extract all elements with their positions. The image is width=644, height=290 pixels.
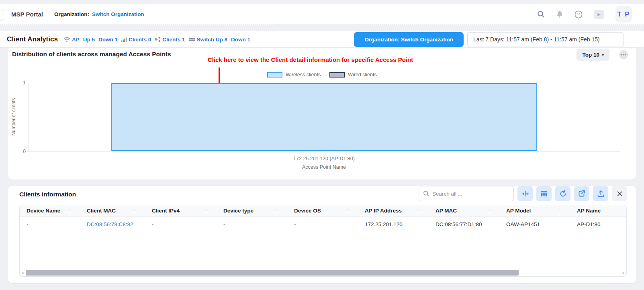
wifi-icon xyxy=(63,37,70,42)
cell-ap-name: AP-D1:80 xyxy=(570,221,626,227)
annotation-text: Click here to view the Client detail inf… xyxy=(208,56,413,63)
x-axis-title: Access Point Name xyxy=(28,164,620,170)
column-menu-icon[interactable]: ≡ xyxy=(275,208,278,214)
y-axis-title: Number of clients xyxy=(11,93,16,141)
legend-wired-clients[interactable]: Wired clients xyxy=(329,72,377,78)
header-controls: Organization: Switch Organization Last 7… xyxy=(354,32,624,47)
column-device-os[interactable]: Device OS≡ xyxy=(287,205,358,216)
table-row[interactable]: - DC:08:56:78:C8:82 - - - 172.25.201.120… xyxy=(20,216,626,232)
table-header-bar: Clients information xyxy=(8,186,636,204)
status-switch-up[interactable]: Switch Up 8 xyxy=(189,37,228,43)
cell-device-name: - xyxy=(20,221,80,227)
column-menu-icon[interactable]: ≡ xyxy=(204,208,208,214)
legend-label: Wired clients xyxy=(348,72,377,78)
y-tickmark xyxy=(27,83,29,83)
scroll-right-icon[interactable]: ▸ xyxy=(622,270,626,276)
collapse-columns-icon[interactable] xyxy=(517,186,533,201)
brand-title: MSP Portal xyxy=(11,11,43,18)
video-tour-icon[interactable]: ▶ xyxy=(594,10,604,19)
scrollbar-thumb[interactable] xyxy=(26,270,519,276)
legend-wireless-clients[interactable]: Wireless clients xyxy=(267,72,321,78)
status-wireless-clients[interactable]: Clients 0 xyxy=(121,37,151,43)
column-ap-name[interactable]: AP Name xyxy=(570,205,626,216)
chart-legend: Wireless clients Wired clients xyxy=(8,72,636,78)
column-menu-icon[interactable]: ≡ xyxy=(487,208,491,214)
table-title: Clients information xyxy=(19,191,76,198)
status-ap-up[interactable]: Up 5 xyxy=(83,37,95,43)
column-menu-icon[interactable]: ≡ xyxy=(346,208,349,214)
topbar-actions: ? ▶ T P xyxy=(537,6,632,22)
notifications-bell-icon[interactable] xyxy=(556,10,563,18)
column-ap-mac[interactable]: AP MAC≡ xyxy=(429,205,499,216)
chevron-down-icon: ▾ xyxy=(602,53,604,57)
column-menu-icon[interactable]: ≡ xyxy=(417,208,420,214)
top-n-selector[interactable]: Top 10 ▾ xyxy=(577,49,609,61)
wired-swatch xyxy=(329,72,345,78)
open-external-icon[interactable] xyxy=(574,186,589,201)
signal-bars-icon xyxy=(121,37,127,42)
table-toolbar xyxy=(419,186,627,201)
organization-label: Organization: xyxy=(54,11,89,17)
page-title: Client Analytics xyxy=(7,35,58,43)
chart-title: Distribution of clients across managed A… xyxy=(12,51,171,58)
cell-ap-mac: DC:08:56:77:D1:80 xyxy=(429,221,499,227)
y-tick-1: 1 xyxy=(18,80,26,86)
column-menu-icon[interactable]: ≡ xyxy=(133,208,136,214)
chart-card-header: Distribution of clients across managed A… xyxy=(8,48,636,65)
close-icon[interactable] xyxy=(612,186,627,201)
status-strip: AP Up 5 Down 1 Clients 0 Clients 1 Switc… xyxy=(63,37,250,43)
search-box[interactable] xyxy=(419,186,514,201)
help-icon[interactable]: ? xyxy=(574,10,583,18)
cell-client-mac: DC:08:56:78:C8:82 xyxy=(80,221,145,227)
x-tick-label: 172.25.201.120 (AP-D1:80) xyxy=(28,156,620,161)
switch-icon xyxy=(189,37,195,42)
column-device-name[interactable]: Device Name≡ xyxy=(20,205,80,216)
status-switch-down[interactable]: Down 1 xyxy=(231,37,250,43)
horizontal-scrollbar[interactable]: ◂ ▸ xyxy=(20,270,626,276)
columns-icon[interactable] xyxy=(536,186,552,201)
column-menu-icon[interactable]: ≡ xyxy=(68,208,71,214)
user-avatar[interactable]: T P xyxy=(615,6,632,22)
legend-label: Wireless clients xyxy=(286,72,321,78)
y-tickmark xyxy=(27,151,29,151)
wireless-clients-bar[interactable] xyxy=(111,83,537,151)
clients-table: Device Name≡ Client MAC≡ Client IPv4≡ De… xyxy=(19,205,627,277)
column-client-ipv4[interactable]: Client IPv4≡ xyxy=(145,205,217,216)
clients-table-card: Clients information xyxy=(8,186,636,283)
page-header: Client Analytics AP Up 5 Down 1 Clients … xyxy=(0,31,644,48)
column-menu-icon[interactable]: ≡ xyxy=(558,208,561,214)
cell-ap-ip-address: 172.25.201.120 xyxy=(358,221,429,227)
status-ap-label: AP xyxy=(72,37,80,43)
svg-text:?: ? xyxy=(577,12,580,17)
sidebar-toggle-partial[interactable] xyxy=(0,9,4,21)
column-device-type[interactable]: Device type≡ xyxy=(217,205,287,216)
topology-icon xyxy=(155,37,161,42)
plot-area xyxy=(28,83,620,151)
client-mac-link[interactable]: DC:08:56:78:C8:82 xyxy=(87,221,133,227)
top-n-label: Top 10 xyxy=(582,52,599,58)
cell-device-type: - xyxy=(217,221,287,227)
chart-card: Distribution of clients across managed A… xyxy=(8,48,636,180)
cell-client-ipv4: - xyxy=(145,221,217,227)
search-icon[interactable] xyxy=(537,10,545,18)
chart-area: Wireless clients Wired clients Number of… xyxy=(8,65,636,179)
organization-selector-button[interactable]: Organization: Switch Organization xyxy=(354,32,464,47)
search-input[interactable] xyxy=(432,191,509,197)
refresh-icon[interactable] xyxy=(555,186,570,201)
organization-link[interactable]: Switch Organization xyxy=(92,11,144,17)
column-client-mac[interactable]: Client MAC≡ xyxy=(80,205,145,216)
scroll-left-icon[interactable]: ◂ xyxy=(20,270,25,276)
cell-ap-model: OAW-AP1451 xyxy=(499,221,570,227)
status-ap[interactable]: AP xyxy=(63,37,80,43)
column-ap-model[interactable]: AP Model≡ xyxy=(499,205,570,216)
date-range-picker[interactable]: Last 7 Days: 11:57 am (Feb 8) - 11:57 am… xyxy=(467,32,624,47)
play-icon: ▶ xyxy=(597,12,601,16)
wireless-swatch xyxy=(267,72,282,78)
status-ap-down[interactable]: Down 1 xyxy=(98,37,118,43)
page: MSP Portal Organization: Switch Organiza… xyxy=(0,0,644,290)
chart-menu-icon[interactable]: ••• xyxy=(619,50,628,59)
y-tick-0: 0 xyxy=(18,149,26,154)
column-ap-ip-address[interactable]: AP IP Address≡ xyxy=(358,205,429,216)
export-icon[interactable] xyxy=(593,186,608,201)
status-wired-clients[interactable]: Clients 1 xyxy=(155,37,185,43)
